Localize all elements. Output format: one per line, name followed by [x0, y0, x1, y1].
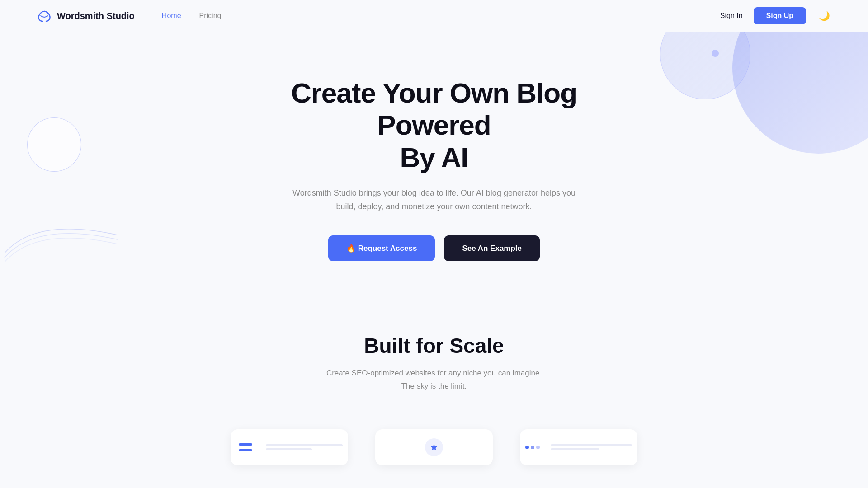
- moon-icon: 🌙: [819, 11, 830, 21]
- bg-decoration-left: [0, 90, 127, 262]
- card-line: [266, 444, 343, 446]
- sign-up-button[interactable]: Sign Up: [754, 7, 806, 24]
- card-line-3b: [551, 448, 599, 450]
- hero-buttons: 🔥 Request Access See An Example: [240, 235, 628, 261]
- card-preview-2: [375, 429, 493, 465]
- card-preview-1: [231, 429, 348, 465]
- card-center-icon: [430, 443, 438, 451]
- dot-1: [525, 446, 529, 449]
- nav-link-home[interactable]: Home: [162, 12, 181, 20]
- logo-icon: [36, 9, 52, 22]
- scale-section: Built for Scale Create SEO-optimized web…: [0, 297, 868, 411]
- cards-preview: [0, 411, 868, 465]
- card-icon-bar-1: [239, 443, 252, 446]
- sign-in-button[interactable]: Sign In: [720, 12, 743, 20]
- dot-3: [536, 446, 540, 449]
- card-lines-3: [545, 442, 637, 452]
- hero-subtitle: Wordsmith Studio brings your blog idea t…: [289, 186, 579, 214]
- nav-links: Home Pricing: [162, 12, 720, 20]
- card-lines-1: [260, 442, 348, 452]
- dot-2: [531, 446, 534, 449]
- card-line-short: [266, 448, 312, 450]
- logo-link[interactable]: Wordsmith Studio: [36, 9, 135, 22]
- navbar: Wordsmith Studio Home Pricing Sign In Si…: [0, 0, 868, 32]
- card-icon-bar-2: [239, 449, 252, 451]
- hero-title: Create Your Own Blog Powered By AI: [240, 77, 628, 174]
- left-circle: [27, 117, 81, 172]
- request-access-button[interactable]: 🔥 Request Access: [328, 235, 435, 261]
- bg-dot: [712, 50, 719, 57]
- scale-subtitle: Create SEO-optimized websites for any ni…: [9, 367, 859, 393]
- scale-title: Built for Scale: [9, 333, 859, 358]
- logo-text: Wordsmith Studio: [57, 11, 135, 21]
- dark-mode-toggle[interactable]: 🌙: [817, 9, 832, 23]
- see-example-button[interactable]: See An Example: [444, 235, 540, 261]
- hero-section: Create Your Own Blog Powered By AI Words…: [231, 32, 637, 297]
- nav-link-pricing[interactable]: Pricing: [199, 12, 222, 20]
- card-preview-3: [520, 429, 637, 465]
- card-line-3a: [551, 444, 632, 446]
- nav-right: Sign In Sign Up 🌙: [720, 7, 832, 24]
- left-curve-svg: [0, 208, 122, 262]
